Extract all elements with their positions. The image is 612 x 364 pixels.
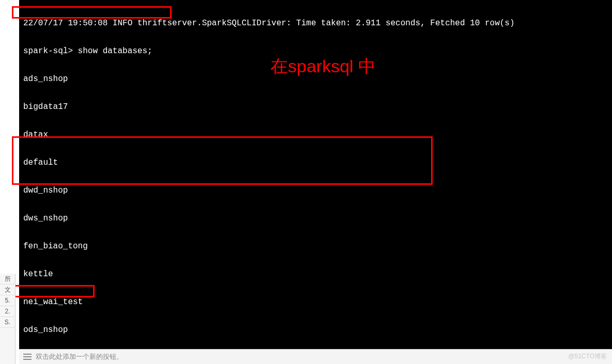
bottom-toolbar[interactable]: 双击此处添加一个新的按钮。 — [19, 349, 612, 364]
terminal-line: default — [23, 158, 608, 167]
left-sidebar: 所 文 5. 2. S. — [0, 274, 16, 364]
terminal-line: 22/07/17 19:50:08 INFO thriftserver.Spar… — [23, 19, 608, 28]
terminal-line: datax — [23, 130, 608, 139]
bottom-hint-text: 双击此处添加一个新的按钮。 — [36, 352, 123, 361]
terminal-line: dwd_nshop — [23, 186, 608, 195]
sidebar-item[interactable]: 所 — [0, 274, 15, 284]
sidebar-item[interactable]: 2. — [0, 306, 15, 317]
terminal-line: ods_nshop — [23, 325, 608, 335]
sidebar-item[interactable]: 文 — [0, 284, 15, 295]
hamburger-icon[interactable] — [23, 354, 32, 360]
terminal-line: dws_nshop — [23, 214, 608, 223]
terminal-output[interactable]: 22/07/17 19:50:08 INFO thriftserver.Spar… — [19, 0, 612, 349]
sidebar-item[interactable]: 5. — [0, 295, 15, 306]
sidebar-item[interactable]: S. — [0, 317, 15, 328]
terminal-line: kettle — [23, 270, 608, 279]
watermark-text: @51CTO博客 — [568, 352, 607, 361]
terminal-line: fen_biao_tong — [23, 242, 608, 251]
terminal-line: spark-sql> show databases; — [23, 46, 608, 56]
terminal-line: nei_wai_test — [23, 297, 608, 307]
terminal-line: bigdata17 — [23, 102, 608, 112]
terminal-line: ads_nshop — [23, 74, 608, 84]
